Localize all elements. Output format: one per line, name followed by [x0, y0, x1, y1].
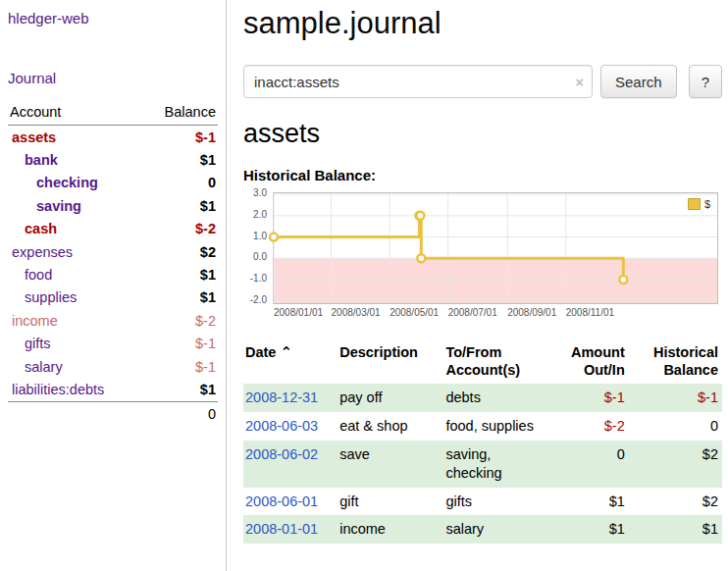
account-link-cash[interactable]: cash: [8, 221, 57, 236]
x-axis-tick-label: 2008/01/01: [274, 307, 330, 318]
account-balance: $-1: [195, 359, 216, 375]
search-input[interactable]: [243, 65, 593, 98]
balance-cell: $-1: [629, 384, 722, 412]
tofrom-accounts-cell: salary: [443, 515, 553, 544]
account-balance: $1: [200, 267, 216, 283]
account-link-bank[interactable]: bank: [8, 152, 58, 168]
column-header-label: Description: [339, 344, 418, 360]
account-link-salary[interactable]: salary: [8, 359, 63, 375]
x-axis-tick-label: 2008/11/01: [566, 307, 629, 318]
register-row: 2008-06-01giftgifts$1$2: [243, 488, 722, 516]
y-axis-tick-label: -2.0: [250, 294, 267, 306]
accounts-list: assets$-1bank$1checking0saving$1cash$-2e…: [8, 126, 218, 401]
column-header-description: Description: [338, 341, 443, 384]
account-heading: assets: [243, 119, 722, 149]
account-balance: $2: [200, 244, 216, 260]
tofrom-accounts-cell: saving, checking: [443, 441, 553, 488]
balance-cell: 0: [629, 412, 722, 441]
page-title: sample.journal: [243, 6, 722, 41]
description-cell: save: [338, 441, 443, 488]
register-row: 2008-01-01incomesalary$1$1: [243, 515, 722, 544]
description-cell: pay off: [338, 384, 443, 412]
account-link-checking[interactable]: checking: [8, 175, 98, 190]
balance-cell: $1: [629, 515, 722, 544]
account-link-food[interactable]: food: [8, 267, 52, 283]
account-row: saving$1: [8, 194, 218, 217]
y-axis-tick-label: 2.0: [253, 209, 267, 221]
column-header-label: Date: [245, 344, 276, 360]
date-link[interactable]: 2008-06-01: [245, 493, 318, 509]
tofrom-accounts-cell: gifts: [443, 488, 553, 516]
account-link-gifts[interactable]: gifts: [8, 336, 51, 351]
description-cell: income: [338, 515, 443, 544]
column-header-historical-balance: Historical Balance: [629, 341, 722, 384]
account-balance: $-1: [195, 130, 216, 145]
accounts-panel: Account Balance assets$-1bank$1checking0…: [8, 102, 218, 422]
account-link-saving[interactable]: saving: [8, 198, 81, 214]
column-header-label: Historical Balance: [653, 344, 718, 378]
search-button[interactable]: Search: [600, 65, 677, 98]
account-balance: $1: [200, 198, 216, 214]
register-row: 2008-06-02savesaving, checking0$2: [243, 441, 722, 488]
main-content: sample.journal × Search ? assets Histori…: [228, 0, 728, 571]
account-link-supplies[interactable]: supplies: [8, 289, 77, 305]
amount-cell: $1: [554, 515, 629, 544]
account-link-assets[interactable]: assets: [8, 130, 56, 145]
tofrom-accounts-cell: food, supplies: [443, 412, 553, 441]
account-row: salary$-1: [8, 355, 218, 378]
date-link[interactable]: 2008-01-01: [245, 521, 318, 537]
date-cell: 2008-06-02: [243, 441, 338, 488]
series-label: $: [704, 198, 710, 210]
accounts-total-row: 0: [8, 401, 218, 422]
journal-link[interactable]: Journal: [8, 70, 220, 86]
help-button[interactable]: ?: [689, 65, 722, 98]
y-axis-tick-label: 1.0: [253, 231, 267, 242]
column-header-label: To/From Account(s): [445, 344, 520, 378]
account-row: gifts$-1: [8, 333, 218, 355]
balance-cell: $2: [629, 441, 722, 488]
app-title-link[interactable]: hledger-web: [8, 10, 220, 26]
account-link-income[interactable]: income: [8, 313, 58, 329]
date-cell: 2008-06-03: [243, 412, 338, 441]
chart-plot-area: $: [273, 192, 718, 304]
account-row: food$1: [8, 263, 218, 286]
sort-ascending-icon: ⌃: [276, 343, 292, 360]
historical-balance-chart: 3.02.01.00.0-1.0-2.0 $ 2008/01/012008/03…: [243, 190, 722, 328]
column-header-date[interactable]: Date ⌃: [243, 341, 338, 384]
search-box: ×: [243, 65, 593, 98]
balance-column-header: Balance: [165, 104, 216, 120]
account-row: bank$1: [8, 148, 218, 171]
chart-svg: [274, 193, 717, 303]
date-cell: 2008-01-01: [243, 515, 338, 544]
chart-legend: $: [685, 197, 713, 211]
date-link[interactable]: 2008-06-03: [245, 418, 318, 434]
clear-search-icon[interactable]: ×: [575, 75, 584, 89]
description-cell: gift: [338, 488, 443, 516]
account-link-liabilities-debts[interactable]: liabilities:debts: [8, 382, 104, 397]
account-link-expenses[interactable]: expenses: [8, 244, 73, 260]
chart-y-axis: 3.02.01.00.0-1.0-2.0: [243, 192, 270, 302]
search-bar: × Search ?: [243, 65, 722, 98]
date-cell: 2008-06-01: [243, 488, 338, 516]
account-row: income$-2: [8, 309, 218, 332]
description-cell: eat & shop: [338, 412, 443, 441]
x-axis-tick-label: 2008/07/01: [448, 307, 504, 318]
amount-cell: 0: [554, 441, 629, 488]
date-cell: 2008-12-31: [243, 384, 338, 412]
date-link[interactable]: 2008-06-02: [245, 446, 318, 462]
column-header-label: Amount Out/In: [571, 344, 625, 378]
account-balance: $1: [200, 289, 216, 305]
date-link[interactable]: 2008-12-31: [245, 389, 318, 405]
account-balance: $-2: [195, 313, 216, 329]
accounts-table-header: Account Balance: [8, 102, 218, 126]
total-balance: 0: [208, 406, 216, 422]
account-column-header: Account: [10, 104, 61, 120]
y-axis-tick-label: 3.0: [253, 187, 267, 199]
amount-cell: $-1: [554, 384, 629, 412]
register-header-row: Date ⌃DescriptionTo/From Account(s)Amoun…: [243, 341, 722, 384]
account-row: assets$-1: [8, 126, 218, 148]
x-axis-tick-label: 2008/05/01: [390, 307, 445, 318]
register-row: 2008-06-03eat & shopfood, supplies$-20: [243, 412, 722, 441]
amount-cell: $-2: [554, 412, 629, 441]
series-swatch-icon: [688, 198, 701, 210]
